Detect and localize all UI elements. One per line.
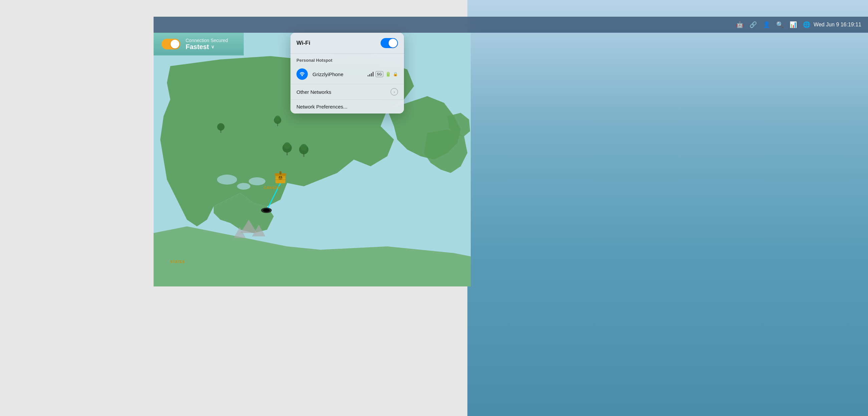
menubar-icon-5[interactable]: 📊 xyxy=(789,21,797,28)
svg-rect-23 xyxy=(279,171,281,175)
svg-point-3 xyxy=(249,177,266,185)
other-networks-row[interactable]: Other Networks › xyxy=(290,84,404,99)
signal-bars xyxy=(368,72,374,77)
signal-bar-4 xyxy=(373,72,374,77)
menu-bar-icons: 🤖 🔗 👤 🔍 📊 🌐 xyxy=(736,21,810,28)
fastest-chevron: ∨ xyxy=(211,44,214,50)
connection-secured-label: Connection Secured xyxy=(186,38,228,43)
menu-bar: 🤖 🔗 👤 🔍 📊 🌐 Wed Jun 9 16:19:11 xyxy=(154,17,868,33)
other-networks-chevron: › xyxy=(391,88,398,95)
signal-bar-2 xyxy=(369,74,370,77)
svg-point-20 xyxy=(263,209,270,212)
menubar-icon-4[interactable]: 🔍 xyxy=(776,21,783,28)
signal-bar-1 xyxy=(368,75,369,77)
wifi-title: Wi-Fi xyxy=(297,40,380,47)
personal-hotspot-section: Personal Hotspot xyxy=(290,54,404,64)
vpn-header: Connection Secured Fastest ∨ xyxy=(154,33,244,55)
personal-hotspot-label: Personal Hotspot xyxy=(297,58,333,63)
wifi-title-row: Wi-Fi xyxy=(290,33,404,54)
network-prefs-row[interactable]: Network Preferences... xyxy=(290,99,404,114)
menubar-icon-1[interactable]: 🤖 xyxy=(736,21,743,28)
svg-text:STATES: STATES xyxy=(170,260,185,264)
hotspot-icon xyxy=(297,68,308,80)
lock-icon: 🔒 xyxy=(393,72,398,77)
5g-badge: 5G xyxy=(376,71,383,77)
svg-point-17 xyxy=(217,123,225,130)
svg-point-1 xyxy=(217,175,237,185)
svg-point-9 xyxy=(284,142,290,149)
battery-icon: 🔋 xyxy=(385,71,391,77)
ocean-background xyxy=(467,0,868,416)
other-networks-label: Other Networks xyxy=(297,89,391,95)
vpn-status-text: Connection Secured Fastest ∨ xyxy=(186,38,228,51)
wifi-toggle[interactable] xyxy=(380,38,398,48)
svg-point-12 xyxy=(301,144,307,151)
grizzly-network-name: GrizzlyiPhone xyxy=(312,71,363,77)
svg-point-32 xyxy=(302,75,303,76)
svg-point-27 xyxy=(279,176,280,178)
wifi-panel: Wi-Fi Personal Hotspot GrizzlyiPhone xyxy=(290,33,404,114)
grizzly-network-row[interactable]: GrizzlyiPhone 5G 🔋 🔒 xyxy=(290,64,404,84)
svg-point-28 xyxy=(281,176,282,178)
vpn-toggle[interactable] xyxy=(162,39,180,50)
menu-bar-time: Wed Jun 9 16:19:11 xyxy=(814,22,861,28)
menubar-icon-2[interactable]: 🔗 xyxy=(749,21,757,28)
svg-text:CANADA: CANADA xyxy=(264,186,280,190)
svg-point-2 xyxy=(237,183,250,190)
screenshot-area: 🤖 🔗 👤 🔍 📊 🌐 Wed Jun 9 16:19:11 xyxy=(0,0,868,416)
svg-point-15 xyxy=(275,116,280,121)
siri-icon[interactable]: 🌐 xyxy=(803,21,810,28)
signal-bar-3 xyxy=(371,73,372,77)
menubar-icon-3[interactable]: 👤 xyxy=(763,21,770,28)
network-indicators: 5G 🔋 🔒 xyxy=(368,71,398,77)
network-prefs-label: Network Preferences... xyxy=(297,104,347,110)
fastest-label[interactable]: Fastest ∨ xyxy=(186,43,228,51)
